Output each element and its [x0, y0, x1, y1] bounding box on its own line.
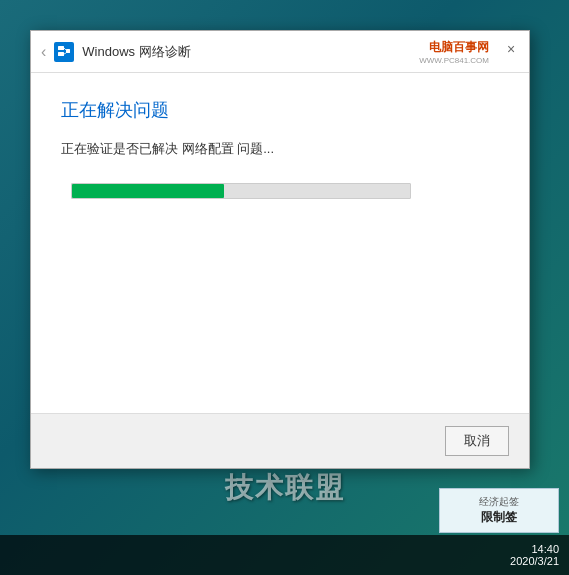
taskbar: 14:40 2020/3/21	[0, 535, 569, 575]
back-button[interactable]: ‹	[41, 43, 46, 61]
watermark-text: 技术联盟	[225, 469, 345, 507]
tooltip-value: 限制签	[481, 509, 517, 526]
progress-bar-fill	[72, 184, 224, 198]
dialog-footer: 取消	[31, 413, 529, 468]
cancel-button[interactable]: 取消	[445, 426, 509, 456]
dialog-heading: 正在解决问题	[61, 98, 499, 122]
svg-line-3	[64, 48, 66, 50]
svg-rect-2	[66, 49, 70, 53]
svg-rect-0	[58, 46, 64, 50]
close-button[interactable]: ×	[493, 31, 529, 67]
dialog-window: ‹ Windows 网络诊断 电脑百事网 WWW.PC841.COM ×	[30, 30, 530, 469]
network-icon	[54, 42, 74, 62]
site-url-text: WWW.PC841.COM	[419, 56, 489, 65]
dialog-title: Windows 网络诊断	[82, 43, 419, 61]
tooltip-popup: 经济起签 限制签	[439, 488, 559, 533]
taskbar-time: 14:40 2020/3/21	[510, 543, 559, 567]
svg-line-4	[64, 53, 66, 54]
progress-bar-container	[71, 183, 411, 199]
svg-rect-1	[58, 52, 64, 56]
desktop: ‹ Windows 网络诊断 电脑百事网 WWW.PC841.COM ×	[0, 0, 569, 575]
dialog-subtext: 正在验证是否已解决 网络配置 问题...	[61, 140, 499, 158]
title-bar: ‹ Windows 网络诊断 电脑百事网 WWW.PC841.COM ×	[31, 31, 529, 73]
site-branding: 电脑百事网 WWW.PC841.COM	[419, 39, 489, 65]
tooltip-label: 经济起签	[479, 495, 519, 509]
site-name-text: 电脑百事网	[429, 39, 489, 56]
dialog-content: 正在解决问题 正在验证是否已解决 网络配置 问题...	[31, 73, 529, 413]
